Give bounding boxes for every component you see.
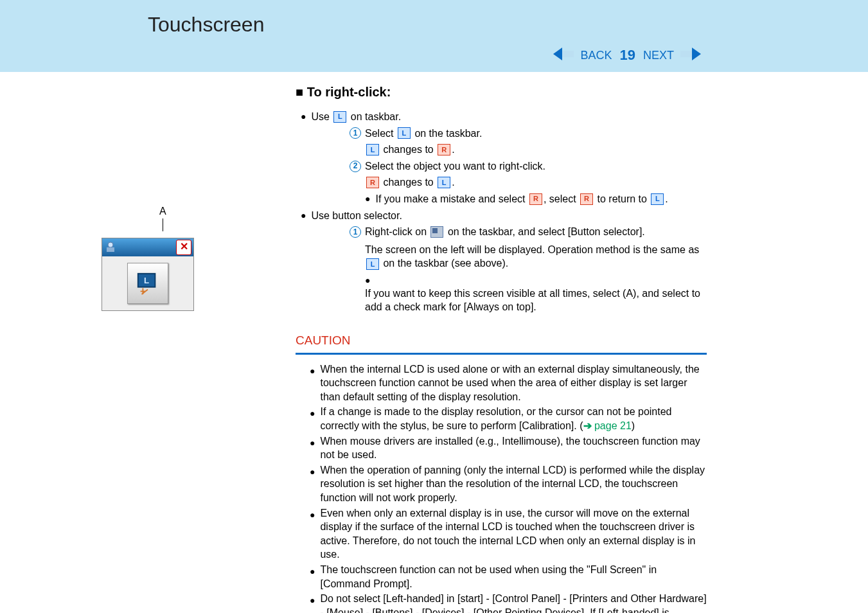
step-number-2-icon: 2 — [350, 161, 361, 172]
svg-marker-0 — [553, 48, 562, 60]
text: When mouse drivers are installed (e.g., … — [320, 434, 707, 462]
text: If you make a mistake and select — [375, 192, 525, 206]
caution-item: ● When the operation of panning (only th… — [310, 463, 707, 505]
window-titlebar: ✕ — [102, 238, 193, 256]
text: on taskbar. — [351, 110, 401, 124]
bullet-use-taskbar: ● Use L on taskbar. — [301, 110, 707, 124]
next-link[interactable]: NEXT — [643, 49, 674, 62]
caution-item: ● If a change is made to the display res… — [310, 405, 707, 432]
text: changes to — [383, 143, 433, 157]
link-arrow-icon: ➔ — [583, 420, 592, 431]
text: Select — [365, 127, 393, 141]
page-header: Touchscreen BACK 19 NEXT — [0, 0, 868, 72]
text: Use button selector. — [311, 209, 402, 223]
heading-text: To right-click: — [307, 85, 391, 99]
back-arrow-icon[interactable] — [553, 46, 575, 64]
caution-item: ● The touchscreen function can not be us… — [310, 563, 707, 591]
big-l-button[interactable]: L — [127, 263, 168, 304]
caution-rule — [296, 353, 707, 355]
caution-item: ● Even when only an external display is … — [310, 506, 707, 562]
bullet-icon: ● — [310, 565, 315, 591]
text: Do not select [Left-handed] in [start] -… — [320, 592, 707, 613]
l-icon: L — [366, 258, 379, 270]
section-heading: ■ To right-click: — [296, 84, 707, 101]
text: If you want to keep this screen visible … — [365, 287, 707, 314]
r-icon: R — [366, 177, 379, 188]
callout-a-line — [163, 218, 163, 231]
r-icon: R — [580, 193, 593, 205]
taskbar-gray-icon — [430, 226, 443, 238]
bullet-icon: ● — [365, 193, 370, 205]
always-on-top-note: ● If you want to keep this screen visibl… — [365, 274, 707, 314]
left-column: A ✕ L — [0, 84, 296, 613]
bullet-icon: ● — [310, 407, 315, 432]
step-2-result: R changes to L. — [365, 175, 707, 190]
bullet-icon: ● — [301, 209, 306, 222]
svg-point-4 — [108, 242, 113, 247]
taskbar-steps: 1 Select L on the taskbar. L changes to … — [350, 127, 707, 206]
period: . — [665, 192, 668, 206]
text: The screen on the left will be displayed… — [365, 244, 699, 255]
r-icon: R — [529, 193, 542, 205]
r-icon: R — [438, 144, 450, 155]
back-link[interactable]: BACK — [580, 49, 612, 62]
step-1-result: L changes to R. — [365, 143, 707, 157]
text: If a change is made to the display resol… — [320, 405, 707, 432]
text: to return to — [598, 192, 647, 206]
page-link[interactable]: page 21 — [594, 420, 632, 431]
text: Use — [311, 110, 329, 124]
bullet-icon: ● — [310, 365, 315, 404]
step-1-rc: 1 Right-click on on the taskbar, and sel… — [350, 225, 707, 239]
caution-item: ● Do not select [Left-handed] in [start]… — [310, 592, 707, 613]
period: . — [452, 175, 454, 190]
text: When the operation of panning (only the … — [320, 463, 707, 505]
main-column: ■ To right-click: ● Use L on taskbar. 1 … — [296, 84, 707, 613]
bullet-icon: ● — [301, 111, 306, 123]
heading-marker: ■ — [296, 85, 303, 99]
svg-marker-3 — [692, 48, 701, 60]
bullet-icon: ● — [310, 509, 315, 562]
l-icon: L — [398, 127, 411, 139]
text: , select — [544, 192, 576, 206]
step-2: 2 Select the object you want to right-cl… — [350, 159, 707, 173]
svg-rect-5 — [107, 247, 114, 252]
step-number-1-icon: 1 — [350, 226, 361, 238]
callout-a-label: A — [159, 206, 166, 217]
page-nav: BACK 19 NEXT — [553, 46, 701, 64]
svg-rect-1 — [562, 51, 574, 57]
page-number: 19 — [620, 47, 635, 64]
l-icon: L — [438, 177, 450, 188]
page-title: Touchscreen — [148, 13, 264, 36]
caution-list: ● When the internal LCD is used alone or… — [310, 362, 707, 613]
window-body: L — [102, 256, 193, 310]
svg-rect-2 — [680, 51, 692, 57]
l-icon: L — [651, 193, 664, 205]
mistake-note: ● If you make a mistake and select R , s… — [365, 192, 707, 206]
button-selector-window: ✕ L — [102, 238, 194, 311]
close-icon[interactable]: ✕ — [176, 240, 191, 255]
l-icon: L — [366, 144, 379, 155]
bullet-icon: ● — [310, 466, 315, 505]
bullet-icon: ● — [365, 274, 370, 287]
text: on the taskbar (see above). — [383, 258, 508, 269]
text: Select the object you want to right-clic… — [365, 159, 545, 173]
step-number-1-icon: 1 — [350, 127, 361, 139]
text: When the internal LCD is used alone or w… — [320, 362, 707, 404]
step-1: 1 Select L on the taskbar. — [350, 127, 707, 141]
bullet-icon: ● — [310, 437, 315, 462]
text: The touchscreen function can not be used… — [320, 563, 707, 591]
content-area: A ✕ L ■ To right- — [0, 72, 868, 613]
app-icon — [104, 241, 117, 254]
screen-note: The screen on the left will be displayed… — [365, 243, 707, 271]
next-arrow-icon[interactable] — [679, 46, 701, 64]
l-icon: L — [333, 111, 346, 123]
text: Even when only an external display is in… — [320, 506, 707, 562]
caution-item: ● When the internal LCD is used alone or… — [310, 362, 707, 404]
caution-item: ● When mouse drivers are installed (e.g.… — [310, 434, 707, 462]
text: on the taskbar, and select [Button selec… — [448, 225, 645, 239]
bullet-use-button-selector: ● Use button selector. — [301, 209, 707, 223]
bullet-icon: ● — [310, 594, 315, 613]
caution-heading: CAUTION — [296, 332, 707, 349]
svg-text:L: L — [144, 276, 149, 285]
text: changes to — [383, 175, 433, 190]
